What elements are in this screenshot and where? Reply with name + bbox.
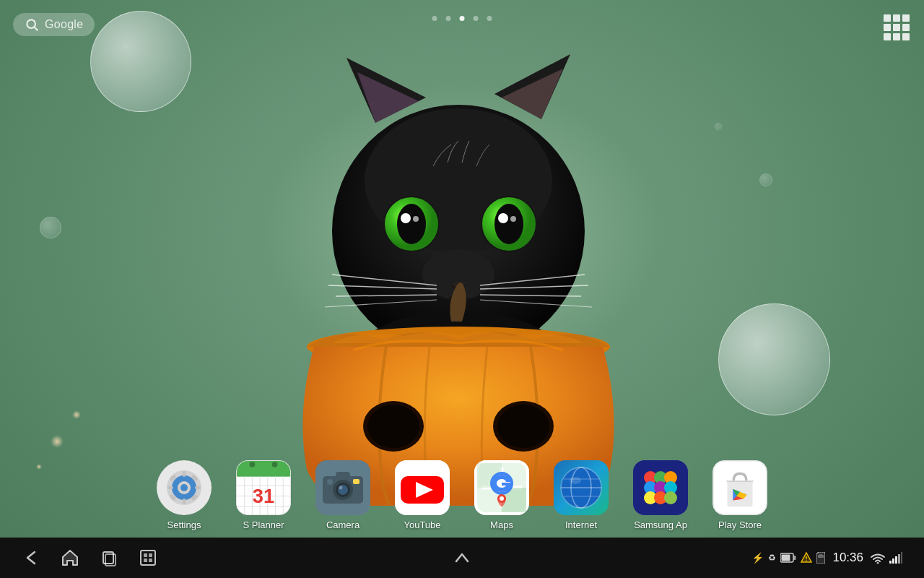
svg-rect-118	[895, 556, 897, 564]
svg-point-61	[339, 486, 343, 490]
svg-point-24	[367, 405, 419, 448]
sparkle-1	[51, 435, 64, 448]
svg-point-54	[250, 462, 256, 467]
search-label: Google	[45, 18, 83, 31]
status-time: 10:36	[832, 551, 863, 565]
svg-rect-119	[898, 554, 900, 564]
camera-app[interactable]: Camera	[310, 460, 375, 530]
grid-dot	[884, 24, 891, 31]
grid-dot	[893, 33, 900, 40]
svg-point-7	[494, 204, 523, 244]
svg-rect-108	[782, 555, 790, 561]
svg-point-83	[570, 477, 581, 484]
dot-3[interactable]	[474, 16, 479, 21]
nav-center	[453, 548, 471, 567]
grid-dot	[884, 33, 891, 40]
home-button[interactable]	[61, 548, 79, 567]
settings-icon	[157, 460, 212, 515]
internet-app[interactable]: Internet	[549, 460, 614, 530]
app-dock: Settings 31	[0, 453, 924, 538]
bubble-tiny	[715, 123, 722, 130]
svg-rect-36	[195, 486, 201, 489]
all-apps-button[interactable]	[882, 13, 911, 42]
page-indicator	[432, 16, 492, 21]
dot-0[interactable]	[432, 16, 437, 21]
sparkle-2	[72, 410, 81, 419]
grid-dot	[884, 14, 891, 22]
svg-point-32	[180, 484, 188, 491]
camera-icon	[315, 460, 370, 515]
svg-rect-34	[183, 499, 186, 504]
svg-point-26	[497, 405, 549, 448]
svg-rect-62	[353, 479, 359, 484]
settings-label: Settings	[167, 519, 201, 530]
grid-dot	[893, 14, 900, 22]
bubble-right	[718, 303, 830, 415]
svg-rect-101	[141, 551, 155, 565]
svg-rect-116	[889, 561, 892, 564]
status-bar: ⚡ ♻ 10:36	[751, 551, 902, 565]
up-button[interactable]	[453, 548, 471, 567]
svg-rect-43	[237, 473, 290, 477]
screenshot-button[interactable]	[139, 548, 157, 567]
google-search-bar[interactable]: Google	[13, 13, 95, 36]
dot-1[interactable]	[446, 16, 451, 21]
internet-icon	[554, 460, 609, 515]
svg-point-55	[272, 462, 278, 467]
svg-rect-120	[901, 552, 902, 564]
signal-icon	[889, 552, 902, 564]
warning-icon	[801, 552, 812, 564]
svg-line-28	[35, 27, 38, 31]
grid-dot	[893, 24, 900, 31]
settings-app[interactable]: Settings	[152, 460, 217, 530]
back-button[interactable]	[22, 548, 40, 567]
splanner-app[interactable]: 31 S Planner	[231, 460, 296, 530]
playstore-label: Play Store	[718, 519, 762, 530]
search-icon	[25, 17, 39, 32]
svg-rect-105	[149, 558, 152, 562]
svg-point-3	[397, 204, 426, 244]
splanner-icon: 31	[236, 460, 291, 515]
recents-button[interactable]	[100, 548, 118, 567]
svg-point-60	[338, 485, 348, 495]
svg-rect-102	[144, 553, 147, 557]
usb-icon: ⚡	[751, 552, 764, 564]
svg-text:31: 31	[253, 485, 274, 507]
svg-rect-35	[167, 486, 173, 489]
svg-point-110	[806, 560, 808, 561]
bubble-small-right	[759, 173, 772, 186]
youtube-label: YouTube	[404, 519, 440, 530]
svg-rect-103	[149, 553, 152, 557]
svg-point-9	[510, 216, 516, 222]
grid-dot	[902, 14, 910, 22]
bubble-small-left	[40, 217, 61, 238]
svg-point-63	[327, 479, 333, 485]
internet-label: Internet	[565, 519, 597, 530]
svg-point-93	[664, 491, 677, 504]
svg-point-8	[498, 213, 508, 223]
samsung-icon	[633, 460, 688, 515]
battery-icon	[780, 553, 796, 563]
dot-4[interactable]	[487, 16, 492, 21]
maps-label: Maps	[490, 519, 513, 530]
svg-point-115	[877, 562, 879, 564]
youtube-app[interactable]: YouTube	[390, 460, 455, 530]
samsung-app[interactable]: Samsung Ap	[628, 460, 693, 530]
cat-illustration	[180, 36, 744, 506]
svg-rect-64	[336, 472, 350, 478]
svg-point-75	[500, 496, 504, 501]
grid-dot	[902, 33, 910, 40]
samsung-label: Samsung Ap	[634, 519, 687, 530]
sdcard-icon	[816, 552, 825, 564]
playstore-app[interactable]: Play Store	[707, 460, 772, 530]
navigation-bar: ⚡ ♻ 10:36	[0, 538, 924, 578]
maps-app[interactable]: Maps	[469, 460, 534, 530]
svg-point-4	[401, 213, 411, 223]
svg-rect-33	[183, 471, 186, 477]
camera-label: Camera	[326, 519, 359, 530]
dot-2-active[interactable]	[460, 16, 465, 21]
nav-left-buttons	[22, 548, 157, 567]
grid-dot	[902, 24, 910, 31]
splanner-label: S Planner	[243, 519, 284, 530]
wifi-icon	[871, 552, 885, 564]
